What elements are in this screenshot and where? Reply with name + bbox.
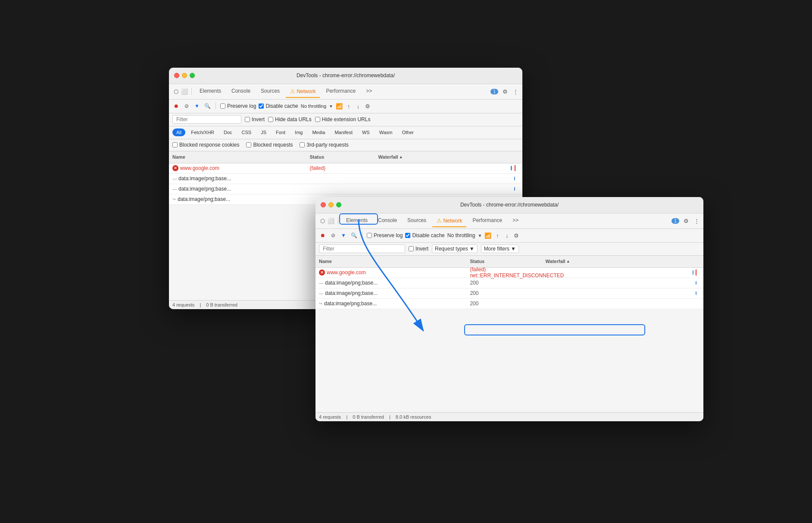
disable-cache-checkbox-2[interactable] <box>405 233 410 238</box>
filter-icon-1[interactable]: ▼ <box>193 102 201 110</box>
tab-sources-2[interactable]: Sources <box>403 215 431 227</box>
filter-input-2[interactable] <box>319 244 405 253</box>
upload-icon-2[interactable]: ↑ <box>494 232 501 239</box>
table-row[interactable]: ↪ data:image/png;base... 200 <box>315 299 703 309</box>
tab-more-2[interactable]: >> <box>508 215 523 227</box>
tab-console-2[interactable]: Console <box>374 215 401 227</box>
search-icon-1[interactable]: 🔍 <box>203 102 211 110</box>
tab-console-1[interactable]: Console <box>227 85 255 97</box>
preserve-log-2[interactable]: Preserve log <box>367 232 403 238</box>
settings-network-icon-1[interactable]: ⚙ <box>364 103 371 110</box>
record-button-1[interactable]: ⏺ <box>172 102 180 110</box>
download-icon-1[interactable]: ↓ <box>355 103 362 110</box>
filter-icon-2[interactable]: ▼ <box>340 232 347 239</box>
col-status-header-1[interactable]: Status <box>309 154 378 160</box>
type-btn-css-1[interactable]: CSS <box>238 128 256 136</box>
hide-ext-urls-1[interactable]: Hide extension URLs <box>315 116 371 122</box>
blocked-requests-1[interactable]: Blocked requests <box>246 142 293 148</box>
tab-performance-2[interactable]: Performance <box>468 215 506 227</box>
preserve-log-checkbox-2[interactable] <box>367 233 372 238</box>
type-btn-other-1[interactable]: Other <box>398 128 418 136</box>
type-btn-js-1[interactable]: JS <box>257 128 270 136</box>
hide-data-checkbox-1[interactable] <box>268 117 273 122</box>
col-waterfall-header-1[interactable]: Waterfall ▲ <box>378 154 519 160</box>
maximize-button[interactable] <box>190 73 195 78</box>
invert-checkbox-1[interactable] <box>245 117 250 122</box>
tab-performance-1[interactable]: Performance <box>322 85 360 97</box>
blocked-response-checkbox-1[interactable] <box>172 142 178 147</box>
type-btn-ws-1[interactable]: WS <box>358 128 374 136</box>
tab-network-2[interactable]: ⚠ Network <box>432 215 466 227</box>
arrow-icon-w2-4: ↪ <box>319 301 322 306</box>
tab-elements-1[interactable]: Elements <box>195 85 225 97</box>
hide-data-urls-1[interactable]: Hide data URLs <box>268 116 312 122</box>
table-row[interactable]: — data:image/png;base... 200 <box>315 288 703 299</box>
record-button-2[interactable]: ⏺ <box>319 232 327 239</box>
clear-button-2[interactable]: ⊘ <box>329 232 337 239</box>
row-name-w2-2: — data:image/png;base... <box>319 280 470 286</box>
throttle-select-1[interactable]: No throttling <box>301 103 326 109</box>
close-button-2[interactable] <box>321 202 326 207</box>
table-row[interactable]: ✕ www.google.com (failed) <box>169 163 522 174</box>
more-icon-2[interactable]: ⋮ <box>693 217 700 224</box>
tab-more-1[interactable]: >> <box>362 85 376 97</box>
type-btn-fetch-1[interactable]: Fetch/XHR <box>187 128 218 136</box>
wifi-icon-1[interactable]: 📶 <box>336 103 343 110</box>
invert-label-1[interactable]: Invert <box>245 116 265 122</box>
disable-cache-checkbox-1[interactable] <box>259 103 264 109</box>
col-waterfall-header-2[interactable]: Waterfall ▲ <box>546 259 700 264</box>
inspect-icon[interactable]: ⬜ <box>181 88 188 95</box>
cursor-icon-2[interactable]: ⬡ <box>319 217 326 224</box>
disable-cache-1[interactable]: Disable cache <box>259 103 298 109</box>
search-icon-2[interactable]: 🔍 <box>350 232 358 239</box>
close-button[interactable] <box>174 73 179 78</box>
invert-label-2[interactable]: Invert <box>409 246 428 252</box>
settings-network-icon-2[interactable]: ⚙ <box>513 232 520 239</box>
col-name-header-1[interactable]: Name <box>172 154 309 160</box>
type-btn-img-1[interactable]: Img <box>291 128 306 136</box>
network-table-2: ✕ www.google.com (failed) net::ERR_INTER… <box>315 268 703 309</box>
minimize-button-2[interactable] <box>328 202 334 207</box>
col-name-header-2[interactable]: Name <box>319 259 470 264</box>
table-row[interactable]: — data:image/png;base... <box>169 174 522 184</box>
inspect-icon-2[interactable]: ⬜ <box>328 217 334 224</box>
table-row[interactable]: — data:image/png;base... 200 <box>315 278 703 288</box>
type-btn-doc-1[interactable]: Doc <box>220 128 236 136</box>
cursor-icon[interactable]: ⬡ <box>172 88 179 95</box>
more-filters-dropdown[interactable]: More filters ▼ <box>481 244 519 253</box>
tab-network-1[interactable]: ⚠ Network <box>286 85 320 98</box>
third-party-1[interactable]: 3rd-party requests <box>300 142 348 148</box>
settings-icon-2[interactable]: ⚙ <box>683 217 690 224</box>
preserve-log-1[interactable]: Preserve log <box>220 103 256 109</box>
type-btn-manifest-1[interactable]: Manifest <box>331 128 356 136</box>
tab-elements-2[interactable]: Elements <box>342 215 372 227</box>
invert-checkbox-2[interactable] <box>409 246 414 251</box>
hide-ext-checkbox-1[interactable] <box>315 117 320 122</box>
issues-badge-2[interactable]: 1 <box>671 218 679 224</box>
title-bar-1: DevTools - chrome-error://chromewebdata/ <box>169 68 522 84</box>
blocked-requests-checkbox-1[interactable] <box>246 142 251 147</box>
third-party-checkbox-1[interactable] <box>300 142 305 147</box>
wifi-icon-2[interactable]: 📶 <box>484 232 491 239</box>
disable-cache-2[interactable]: Disable cache <box>405 232 444 238</box>
table-row[interactable]: — data:image/png;base... <box>169 184 522 194</box>
type-btn-wasm-1[interactable]: Wasm <box>375 128 397 136</box>
upload-icon-1[interactable]: ↑ <box>345 103 352 110</box>
maximize-button-2[interactable] <box>336 202 341 207</box>
minimize-button[interactable] <box>182 73 187 78</box>
tab-sources-1[interactable]: Sources <box>256 85 284 97</box>
settings-icon-1[interactable]: ⚙ <box>502 88 509 95</box>
more-icon-1[interactable]: ⋮ <box>512 88 519 95</box>
issues-badge-1[interactable]: 1 <box>490 89 498 94</box>
clear-button-1[interactable]: ⊘ <box>183 102 191 110</box>
type-btn-media-1[interactable]: Media <box>308 128 329 136</box>
request-types-dropdown[interactable]: Request types ▼ <box>432 244 478 253</box>
preserve-log-checkbox-1[interactable] <box>220 103 225 109</box>
blocked-response-1[interactable]: Blocked response cookies <box>172 142 239 148</box>
table-row[interactable]: ✕ www.google.com (failed) net::ERR_INTER… <box>315 268 703 278</box>
type-btn-font-1[interactable]: Font <box>272 128 289 136</box>
col-status-header-2[interactable]: Status <box>470 259 545 264</box>
type-btn-all-1[interactable]: All <box>172 128 185 136</box>
download-icon-2[interactable]: ↓ <box>503 232 510 239</box>
filter-input-1[interactable] <box>172 115 241 124</box>
